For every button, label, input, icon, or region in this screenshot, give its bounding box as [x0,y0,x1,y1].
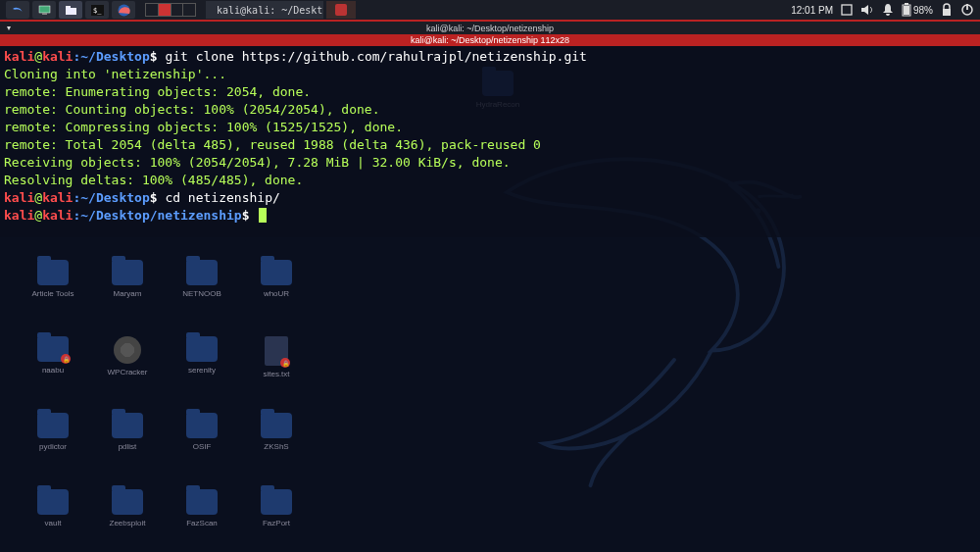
desktop-icon[interactable]: vault [20,489,86,552]
cursor [259,208,267,223]
icon-label: sites.txt [263,370,289,378]
svg-rect-9 [905,3,908,5]
icon-label: Zeebsploit [110,519,146,527]
svg-rect-0 [39,6,50,13]
icon-label: OSIF [193,442,212,451]
icon-label: pdlist [119,442,137,451]
desktop-icon[interactable]: FazScan [169,489,235,552]
desktop-icon[interactable]: pdlist [94,413,161,483]
lock-icon[interactable] [941,3,953,17]
maximize-icon[interactable] [841,4,853,16]
terminal-tab-label: kali@kali: ~/Desktop/netizenship 112x28 [411,35,569,45]
desktop-icon[interactable]: 🔒sites.txt [243,336,310,407]
workspace-1[interactable] [146,4,159,16]
desktop-icon[interactable]: WPCracker [94,336,161,407]
icon-label: FazScan [186,519,218,527]
terminal-output-line: remote: Enumerating objects: 2054, done. [4,83,976,101]
lock-badge-icon: 🔒 [61,354,71,364]
desktop-icon[interactable]: Zeebsploit [94,489,161,552]
desktop-icon[interactable]: ZKShS [243,413,310,483]
terminal-output-line: Resolving deltas: 100% (485/485), done. [4,172,976,189]
svg-rect-1 [42,13,47,15]
file-manager-button[interactable] [59,1,82,19]
terminal-title: kali@kali: ~/Desktop/netizenship [426,24,554,33]
terminal-prompt-line: kali@kali:~/Desktop$ cd netizenship/ [4,189,976,207]
icon-label: vault [45,519,62,527]
battery-percent: 98% [913,5,933,16]
gear-icon [114,336,141,364]
icon-label: naabu [42,366,64,375]
folder-icon: 🔒 [37,336,69,362]
svg-text:$_: $_ [93,7,102,15]
window-controls: ▾ [4,23,14,32]
icon-label: pydictor [39,442,67,451]
terminal-icon: $_ [91,5,104,16]
desktop-icon[interactable]: pydictor [20,413,86,483]
clock[interactable]: 12:01 PM [791,5,833,16]
battery-icon [902,3,911,17]
battery-indicator[interactable]: 98% [902,3,933,17]
power-icon[interactable] [960,3,974,17]
folder-icon [112,413,143,438]
show-desktop-button[interactable] [32,1,56,19]
workspace-4[interactable] [183,4,195,16]
kali-icon [12,4,24,16]
folder-icon [186,413,218,438]
browser-button[interactable] [112,1,135,19]
taskbar-item-terminal-2[interactable] [326,1,356,19]
folder-icon [112,260,143,285]
svg-rect-3 [66,6,71,9]
folder-icon [65,5,77,16]
terminal-body[interactable]: kali@kali:~/Desktop$ git clone https://g… [0,46,980,237]
folder-icon [37,260,69,285]
desktop-icon[interactable]: Article Tools [20,260,86,330]
panel-left: $_ kali@kali: ~/Desktop/ne... [6,1,356,19]
icon-label: whoUR [264,289,289,298]
desktop-icon[interactable]: FazPort [243,489,310,552]
folder-icon [186,336,218,362]
folder-icon [186,260,218,285]
folder-icon [186,489,218,515]
desktop-icon[interactable]: whoUR [243,260,310,330]
terminal-output-line: Receiving objects: 100% (2054/2054), 7.2… [4,154,976,172]
file-icon: 🔒 [265,336,288,366]
collapse-button[interactable]: ▾ [4,23,14,32]
folder-icon [112,489,143,515]
desktop-icon-grid: Article ToolsMaryamNETNOOBwhoUR🔒naabuWPC… [20,260,312,552]
folder-icon [37,489,69,515]
workspace-switcher[interactable] [145,3,196,17]
terminal-launcher-button[interactable]: $_ [85,1,109,19]
icon-label: FazPort [263,519,290,527]
terminal-output-line: Cloning into 'netizenship'... [4,66,976,83]
notifications-icon[interactable] [882,3,894,17]
desktop-icon[interactable]: Maryam [94,260,161,330]
folder-icon [261,413,292,438]
terminal-prompt-line: kali@kali:~/Desktop/netizenship$ [4,207,976,225]
icon-label: Article Tools [32,289,74,298]
desktop-icon[interactable]: serenity [169,336,235,407]
workspace-3[interactable] [172,4,184,16]
terminal-output-line: remote: Counting objects: 100% (2054/205… [4,101,976,119]
lock-badge-icon: 🔒 [280,358,290,368]
icon-label: Maryam [114,289,142,298]
firefox-icon [118,4,130,17]
volume-icon[interactable] [860,4,874,16]
terminal-icon [335,4,347,16]
terminal-window[interactable]: ▾ kali@kali: ~/Desktop/netizenship kali@… [0,20,980,237]
terminal-output-line: remote: Total 2054 (delta 485), reused 1… [4,136,976,154]
workspace-2-active[interactable] [159,4,172,16]
app-menu-button[interactable] [6,1,29,19]
icon-label: ZKShS [264,442,288,451]
top-panel: $_ kali@kali: ~/Desktop/ne... 12:01 PM 9… [0,0,980,20]
desktop-icon[interactable]: 🔒naabu [20,336,86,407]
desktop-icon[interactable]: NETNOOB [169,260,235,330]
panel-right: 12:01 PM 98% [791,3,974,17]
desktop-icon[interactable]: OSIF [169,413,235,483]
terminal-titlebar[interactable]: ▾ kali@kali: ~/Desktop/netizenship [0,22,980,34]
icon-label: serenity [188,366,216,375]
terminal-tab[interactable]: kali@kali: ~/Desktop/netizenship 112x28 [0,34,980,46]
icon-label: NETNOOB [182,289,221,298]
folder-icon [261,260,292,285]
taskbar-item-terminal[interactable]: kali@kali: ~/Desktop/ne... [206,1,323,19]
desktop-icon [38,5,51,16]
